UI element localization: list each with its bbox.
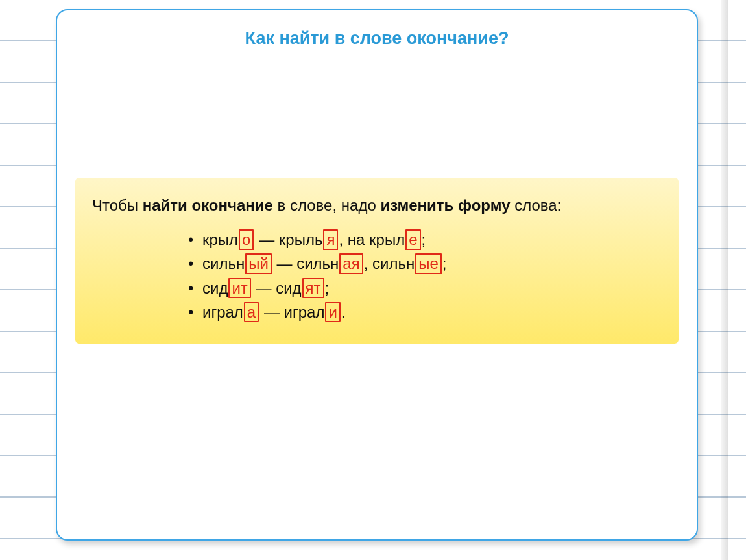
word-stem: ; — [422, 231, 426, 248]
word-stem: играл — [202, 303, 243, 321]
word-ending: ые — [415, 253, 442, 274]
word-ending: ый — [245, 253, 272, 274]
examples-list: крыло — крылья, на крыле;сильный — сильн… — [92, 228, 662, 324]
lesson-card: Как найти в слове окончание? Чтобы найти… — [56, 9, 698, 541]
card-title: Как найти в слове окончание? — [75, 29, 679, 49]
intro-text: слова: — [511, 196, 562, 214]
example-line: играла — играли. — [202, 300, 662, 324]
word-stem: крыл — [202, 231, 238, 248]
intro-text: в слове, надо — [273, 196, 381, 214]
word-stem: — сид — [252, 279, 302, 297]
intro-bold-1: найти окончание — [143, 196, 273, 214]
word-stem: сид — [202, 279, 228, 297]
word-ending: и — [325, 302, 340, 323]
word-ending: ит — [228, 278, 250, 299]
word-stem: — крыль — [254, 231, 322, 248]
intro-text: Чтобы — [92, 196, 143, 214]
word-ending: е — [405, 229, 420, 250]
example-line: сильный — сильная, сильные; — [202, 251, 662, 275]
word-ending: я — [323, 229, 338, 250]
word-ending: ая — [339, 253, 363, 274]
word-stem: — играл — [259, 303, 324, 321]
word-stem: , сильн — [364, 255, 415, 272]
word-stem: . — [341, 303, 346, 321]
word-stem: — сильн — [272, 255, 339, 272]
example-line: крыло — крылья, на крыле; — [202, 228, 662, 251]
intro-bold-2: изменить форму — [380, 196, 510, 214]
word-ending: а — [244, 302, 259, 323]
rule-box: Чтобы найти окончание в слове, надо изме… — [75, 178, 679, 344]
rule-intro: Чтобы найти окончание в слове, надо изме… — [92, 193, 662, 217]
word-stem: ; — [325, 279, 330, 297]
example-line: сидит — сидят; — [202, 276, 662, 300]
word-ending: ят — [302, 278, 324, 299]
word-ending: о — [239, 229, 254, 250]
page-edge-shadow — [721, 0, 728, 560]
word-stem: , на крыл — [339, 231, 405, 248]
word-stem: ; — [442, 255, 447, 272]
word-stem: сильн — [202, 255, 245, 272]
